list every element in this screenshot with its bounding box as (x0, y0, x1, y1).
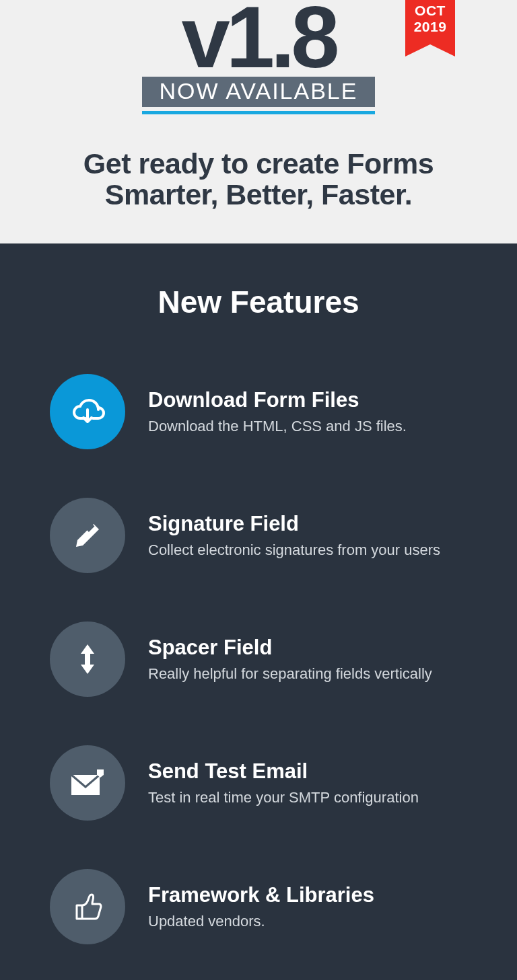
feature-title: Framework & Libraries (148, 883, 374, 907)
svg-rect-3 (97, 769, 104, 775)
feature-text: Send Test Email Test in real time your S… (148, 759, 419, 806)
feature-desc: Collect electronic signatures from your … (148, 541, 440, 559)
feature-title: Signature Field (148, 512, 440, 536)
hero-section: OCT 2019 v1.8 NOW AVAILABLE Get ready to… (0, 0, 517, 243)
feature-title: Spacer Field (148, 636, 432, 660)
availability-badge-wrap: NOW AVAILABLE (142, 77, 376, 114)
date-ribbon: OCT 2019 (405, 0, 455, 44)
feature-title: Send Test Email (148, 759, 419, 784)
feature-item: Send Test Email Test in real time your S… (34, 745, 483, 821)
vertical-arrows-icon (50, 621, 125, 697)
feature-text: Download Form Files Download the HTML, C… (148, 388, 407, 435)
tagline-line1: Get ready to create Forms (27, 148, 490, 179)
tagline-line2: Smarter, Better, Faster. (27, 179, 490, 210)
feature-item: Framework & Libraries Updated vendors. (34, 869, 483, 944)
feature-desc: Updated vendors. (148, 913, 374, 930)
feature-item: Download Form Files Download the HTML, C… (34, 374, 483, 449)
feature-desc: Download the HTML, CSS and JS files. (148, 418, 407, 435)
feature-desc: Test in real time your SMTP configuratio… (148, 789, 419, 806)
thumbs-up-icon (50, 869, 125, 944)
envelope-icon (50, 745, 125, 821)
feature-desc: Really helpful for separating fields ver… (148, 665, 432, 683)
cloud-download-icon (50, 374, 125, 449)
feature-item: Signature Field Collect electronic signa… (34, 498, 483, 573)
feature-text: Framework & Libraries Updated vendors. (148, 883, 374, 930)
tagline: Get ready to create Forms Smarter, Bette… (27, 148, 490, 211)
svg-rect-1 (85, 654, 90, 665)
feature-title: Download Form Files (148, 388, 407, 412)
availability-badge: NOW AVAILABLE (142, 77, 376, 107)
features-section: New Features Download Form Files Downloa… (0, 243, 517, 980)
pencil-icon (50, 498, 125, 573)
ribbon-year: 2019 (405, 19, 455, 35)
ribbon-month: OCT (405, 3, 455, 19)
features-heading: New Features (34, 284, 483, 320)
feature-text: Signature Field Collect electronic signa… (148, 512, 440, 559)
feature-text: Spacer Field Really helpful for separati… (148, 636, 432, 683)
feature-item: Spacer Field Really helpful for separati… (34, 621, 483, 697)
